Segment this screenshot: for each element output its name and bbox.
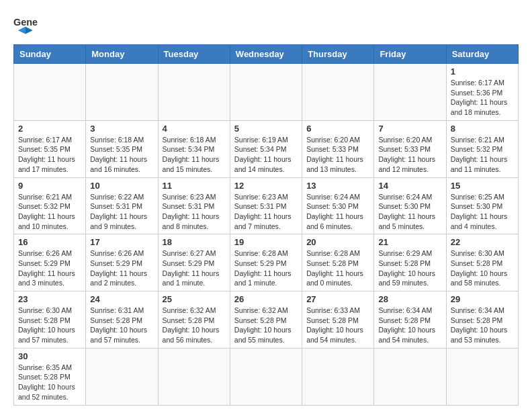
day-info: Sunrise: 6:30 AM Sunset: 5:28 PM Dayligh… <box>451 248 514 288</box>
day-number: 18 <box>163 237 226 247</box>
day-info: Sunrise: 6:29 AM Sunset: 5:28 PM Dayligh… <box>378 248 441 288</box>
calendar-day-cell <box>86 348 158 405</box>
day-number: 26 <box>234 294 298 304</box>
day-of-week-header: Wednesday <box>230 45 302 64</box>
day-number: 19 <box>234 237 298 247</box>
calendar-day-cell: 19Sunrise: 6:28 AM Sunset: 5:29 PM Dayli… <box>230 234 302 291</box>
day-number: 12 <box>234 181 298 191</box>
day-number: 23 <box>18 294 81 304</box>
day-number: 29 <box>451 294 514 304</box>
day-info: Sunrise: 6:30 AM Sunset: 5:28 PM Dayligh… <box>18 306 81 345</box>
calendar-table: SundayMondayTuesdayWednesdayThursdayFrid… <box>13 44 519 406</box>
calendar-day-cell: 7Sunrise: 6:20 AM Sunset: 5:33 PM Daylig… <box>374 120 446 177</box>
day-number: 13 <box>306 181 369 191</box>
svg-text:General: General <box>13 17 38 28</box>
day-of-week-header: Sunday <box>14 45 86 64</box>
calendar-day-cell <box>158 64 230 121</box>
logo-icon: General <box>13 13 38 38</box>
day-number: 17 <box>90 237 153 247</box>
day-info: Sunrise: 6:26 AM Sunset: 5:29 PM Dayligh… <box>18 248 81 288</box>
calendar-day-cell: 5Sunrise: 6:19 AM Sunset: 5:34 PM Daylig… <box>230 120 302 177</box>
calendar-day-cell <box>302 64 374 121</box>
calendar-day-cell: 21Sunrise: 6:29 AM Sunset: 5:28 PM Dayli… <box>374 234 446 291</box>
calendar-day-cell <box>374 348 446 405</box>
day-info: Sunrise: 6:19 AM Sunset: 5:34 PM Dayligh… <box>234 135 298 175</box>
day-number: 16 <box>18 237 81 247</box>
day-info: Sunrise: 6:34 AM Sunset: 5:28 PM Dayligh… <box>378 306 441 345</box>
calendar-day-cell <box>158 348 230 405</box>
day-number: 8 <box>451 124 514 134</box>
day-of-week-header: Friday <box>374 45 446 64</box>
calendar-day-cell: 13Sunrise: 6:24 AM Sunset: 5:30 PM Dayli… <box>302 177 374 234</box>
day-number: 20 <box>306 237 369 247</box>
calendar-day-cell <box>302 348 374 405</box>
calendar-day-cell: 11Sunrise: 6:23 AM Sunset: 5:31 PM Dayli… <box>158 177 230 234</box>
day-number: 21 <box>378 237 441 247</box>
calendar-day-cell: 9Sunrise: 6:21 AM Sunset: 5:32 PM Daylig… <box>14 177 86 234</box>
calendar-day-cell: 16Sunrise: 6:26 AM Sunset: 5:29 PM Dayli… <box>14 234 86 291</box>
day-number: 22 <box>451 237 514 247</box>
day-number: 4 <box>163 124 226 134</box>
calendar-day-cell: 24Sunrise: 6:31 AM Sunset: 5:28 PM Dayli… <box>86 291 158 349</box>
day-info: Sunrise: 6:20 AM Sunset: 5:33 PM Dayligh… <box>378 135 441 175</box>
day-info: Sunrise: 6:21 AM Sunset: 5:32 PM Dayligh… <box>18 192 81 232</box>
calendar-day-cell: 18Sunrise: 6:27 AM Sunset: 5:29 PM Dayli… <box>158 234 230 291</box>
day-info: Sunrise: 6:21 AM Sunset: 5:32 PM Dayligh… <box>451 135 514 175</box>
day-number: 7 <box>378 124 441 134</box>
day-number: 10 <box>90 181 153 191</box>
day-info: Sunrise: 6:24 AM Sunset: 5:30 PM Dayligh… <box>306 192 369 232</box>
day-number: 9 <box>18 181 81 191</box>
calendar-week-row: 9Sunrise: 6:21 AM Sunset: 5:32 PM Daylig… <box>14 177 519 234</box>
day-of-week-header: Saturday <box>446 45 518 64</box>
day-of-week-header: Monday <box>86 45 158 64</box>
calendar-day-cell: 28Sunrise: 6:34 AM Sunset: 5:28 PM Dayli… <box>374 291 446 349</box>
calendar-day-cell: 25Sunrise: 6:32 AM Sunset: 5:28 PM Dayli… <box>158 291 230 349</box>
day-info: Sunrise: 6:18 AM Sunset: 5:34 PM Dayligh… <box>163 135 226 175</box>
svg-marker-2 <box>18 27 26 34</box>
day-info: Sunrise: 6:22 AM Sunset: 5:31 PM Dayligh… <box>90 192 153 232</box>
page-header: General <box>13 13 519 38</box>
calendar-day-cell: 29Sunrise: 6:34 AM Sunset: 5:28 PM Dayli… <box>446 291 518 349</box>
calendar-day-cell: 3Sunrise: 6:18 AM Sunset: 5:35 PM Daylig… <box>86 120 158 177</box>
calendar-day-cell <box>86 64 158 121</box>
day-info: Sunrise: 6:17 AM Sunset: 5:35 PM Dayligh… <box>18 135 81 175</box>
day-info: Sunrise: 6:26 AM Sunset: 5:29 PM Dayligh… <box>90 248 153 288</box>
day-info: Sunrise: 6:32 AM Sunset: 5:28 PM Dayligh… <box>163 306 226 345</box>
calendar-day-cell: 8Sunrise: 6:21 AM Sunset: 5:32 PM Daylig… <box>446 120 518 177</box>
day-info: Sunrise: 6:34 AM Sunset: 5:28 PM Dayligh… <box>451 306 514 345</box>
calendar-day-cell: 14Sunrise: 6:24 AM Sunset: 5:30 PM Dayli… <box>374 177 446 234</box>
day-info: Sunrise: 6:33 AM Sunset: 5:28 PM Dayligh… <box>306 306 369 345</box>
day-number: 5 <box>234 124 298 134</box>
calendar-day-cell: 26Sunrise: 6:32 AM Sunset: 5:28 PM Dayli… <box>230 291 302 349</box>
calendar-day-cell <box>14 64 86 121</box>
day-number: 30 <box>18 351 81 361</box>
calendar-week-row: 2Sunrise: 6:17 AM Sunset: 5:35 PM Daylig… <box>14 120 519 177</box>
day-info: Sunrise: 6:17 AM Sunset: 5:36 PM Dayligh… <box>451 78 514 118</box>
calendar-day-cell <box>446 348 518 405</box>
day-number: 11 <box>163 181 226 191</box>
calendar-day-cell <box>374 64 446 121</box>
day-of-week-header: Tuesday <box>158 45 230 64</box>
calendar-header-row: SundayMondayTuesdayWednesdayThursdayFrid… <box>14 45 519 64</box>
calendar-day-cell <box>230 348 302 405</box>
calendar-day-cell: 20Sunrise: 6:28 AM Sunset: 5:28 PM Dayli… <box>302 234 374 291</box>
calendar-day-cell: 27Sunrise: 6:33 AM Sunset: 5:28 PM Dayli… <box>302 291 374 349</box>
day-number: 6 <box>306 124 369 134</box>
logo: General <box>13 13 40 38</box>
calendar-day-cell: 4Sunrise: 6:18 AM Sunset: 5:34 PM Daylig… <box>158 120 230 177</box>
day-info: Sunrise: 6:28 AM Sunset: 5:28 PM Dayligh… <box>306 248 369 288</box>
calendar-week-row: 23Sunrise: 6:30 AM Sunset: 5:28 PM Dayli… <box>14 291 519 349</box>
calendar-day-cell: 10Sunrise: 6:22 AM Sunset: 5:31 PM Dayli… <box>86 177 158 234</box>
day-of-week-header: Thursday <box>302 45 374 64</box>
calendar-day-cell: 17Sunrise: 6:26 AM Sunset: 5:29 PM Dayli… <box>86 234 158 291</box>
calendar-day-cell <box>230 64 302 121</box>
day-number: 15 <box>451 181 514 191</box>
day-info: Sunrise: 6:18 AM Sunset: 5:35 PM Dayligh… <box>90 135 153 175</box>
day-number: 24 <box>90 294 153 304</box>
day-number: 1 <box>451 66 514 77</box>
calendar-day-cell: 30Sunrise: 6:35 AM Sunset: 5:28 PM Dayli… <box>14 348 86 405</box>
day-number: 27 <box>306 294 369 304</box>
day-info: Sunrise: 6:27 AM Sunset: 5:29 PM Dayligh… <box>163 248 226 288</box>
day-info: Sunrise: 6:23 AM Sunset: 5:31 PM Dayligh… <box>163 192 226 232</box>
day-info: Sunrise: 6:31 AM Sunset: 5:28 PM Dayligh… <box>90 306 153 345</box>
